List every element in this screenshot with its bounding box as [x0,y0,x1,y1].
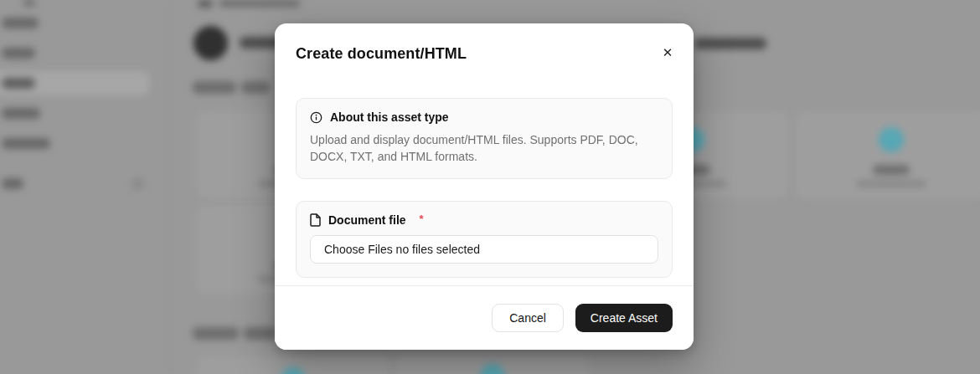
asset-type-card [795,111,980,198]
theme-toggle-circle [193,26,228,60]
sidebar-item-blob [2,108,40,119]
required-asterisk: * [420,213,424,225]
section-heading-blob [241,81,270,94]
back-arrow-icon [198,0,213,8]
section-heading-blob [193,81,236,94]
asset-type-icon [281,367,306,374]
asset-card-subtitle-blob [856,180,926,187]
sidebar-item-blob [2,78,35,89]
asset-type-card [197,356,389,374]
breadcrumb [219,0,300,7]
document-file-label: Document file [328,213,406,227]
sidebar-item-blob [2,138,50,149]
sidebar-item-blob [2,178,23,189]
chevron-down-icon: ▾ [131,177,145,191]
document-icon [310,213,321,227]
cancel-button[interactable]: Cancel [492,304,564,332]
asset-type-icon [879,127,904,152]
sidebar-item-blob [2,18,39,28]
sidebar-item-blob [2,48,35,59]
about-asset-type-card: About this asset type Upload and display… [296,98,673,179]
sidebar-logo-blob [23,0,35,6]
close-button[interactable]: ✕ [656,41,679,64]
document-file-input[interactable]: Choose Files no files selected [310,235,658,264]
asset-type-card [396,356,589,374]
create-document-modal: Create document/HTML ✕ About this asset … [275,23,694,350]
asset-card-title-blob [873,165,910,175]
file-input-text: Choose Files no files selected [324,243,480,256]
sidebar-divider [172,0,173,374]
create-asset-button[interactable]: Create Asset [575,304,673,332]
about-body: Upload and display document/HTML files. … [310,131,655,165]
about-heading: About this asset type [330,110,449,124]
modal-header: Create document/HTML ✕ [275,23,694,63]
document-file-card: Document file * Choose Files no files se… [296,201,673,278]
section-heading-blob [193,327,239,340]
info-icon [310,111,322,124]
section-heading-blob [244,327,277,340]
asset-type-icon [480,364,505,374]
close-icon: ✕ [663,45,673,59]
modal-footer: Cancel Create Asset [275,285,694,350]
modal-title: Create document/HTML [296,45,673,63]
header-right-label-blob [694,38,766,49]
